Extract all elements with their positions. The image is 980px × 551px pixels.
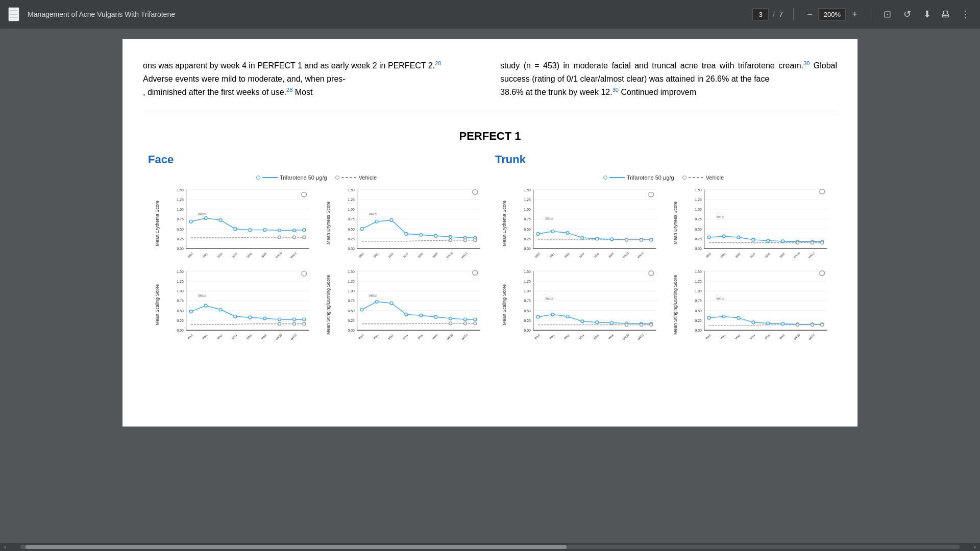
svg-point-166 xyxy=(566,232,569,235)
horizontal-scrollbar[interactable]: ‹ › xyxy=(0,543,980,551)
svg-text:Mild: Mild xyxy=(717,296,724,301)
svg-text:0.00: 0.00 xyxy=(524,329,531,333)
svg-text:Wk1: Wk1 xyxy=(202,253,208,259)
svg-point-237 xyxy=(536,316,540,319)
svg-text:Wk2: Wk2 xyxy=(564,253,570,259)
svg-text:Wk12: Wk12 xyxy=(637,252,645,259)
svg-text:Wk1: Wk1 xyxy=(720,334,726,340)
erythema-label: Mean Erythema Score xyxy=(155,201,160,246)
fit-page-button[interactable]: ⊡ xyxy=(881,7,893,22)
ref-28-sup: 28 xyxy=(435,60,441,66)
svg-text:1.25: 1.25 xyxy=(348,280,355,283)
svg-point-129 xyxy=(390,302,393,305)
svg-point-139 xyxy=(473,270,478,276)
svg-point-93 xyxy=(234,315,237,318)
svg-point-28 xyxy=(302,192,307,197)
erythema-y-label: Mean Erythema Score xyxy=(148,185,166,261)
svg-point-98 xyxy=(303,318,306,321)
divider-1 xyxy=(793,8,794,20)
more-button[interactable]: ⋮ xyxy=(959,7,972,22)
ref-28-sup2: 28 xyxy=(286,87,292,93)
svg-text:0.50: 0.50 xyxy=(348,228,355,231)
svg-text:Wk10: Wk10 xyxy=(446,252,454,259)
trunk-legend-trifarotene-label: Trifarotene 50 μg/g xyxy=(627,174,674,181)
svg-text:Wk0: Wk0 xyxy=(534,334,541,340)
svg-text:1.25: 1.25 xyxy=(524,280,531,283)
svg-text:1.00: 1.00 xyxy=(177,208,184,211)
scaling-y-label: Mean Scaling Score xyxy=(148,266,166,343)
svg-point-63 xyxy=(464,239,467,242)
svg-text:Mild: Mild xyxy=(717,215,724,219)
vehicle-dot xyxy=(335,176,339,180)
trunk-vehicle-dot xyxy=(682,176,687,180)
zoom-decrease-button[interactable]: − xyxy=(804,8,816,21)
svg-text:Wk4: Wk4 xyxy=(578,334,585,340)
svg-text:Wk0: Wk0 xyxy=(187,253,193,259)
print-button[interactable]: 🖶 xyxy=(939,7,952,22)
scroll-right-arrow[interactable]: › xyxy=(970,543,980,550)
svg-point-167 xyxy=(581,237,584,240)
dryness-label: Mean Dryness Score xyxy=(326,202,331,244)
face-erythema-chart: 1.50 1.25 1.00 0.75 0.50 0.25 0.00 Mild xyxy=(166,185,314,261)
svg-text:Wk6: Wk6 xyxy=(764,334,770,340)
svg-text:0.75: 0.75 xyxy=(348,218,355,221)
svg-text:0.50: 0.50 xyxy=(695,228,702,231)
svg-text:Wk12: Wk12 xyxy=(808,252,816,259)
rotate-button[interactable]: ↺ xyxy=(901,7,913,22)
svg-point-22 xyxy=(278,229,281,232)
svg-text:Wk6: Wk6 xyxy=(593,334,599,340)
svg-text:0.75: 0.75 xyxy=(177,218,184,221)
zoom-input[interactable] xyxy=(818,8,846,21)
svg-point-135 xyxy=(474,318,477,321)
page-separator: / xyxy=(773,10,775,18)
svg-point-209 xyxy=(796,241,799,244)
toolbar-right: ⬇ 🖶 ⋮ xyxy=(921,7,972,22)
svg-text:0.25: 0.25 xyxy=(348,237,355,241)
scroll-left-arrow[interactable]: ‹ xyxy=(0,543,10,550)
svg-point-279 xyxy=(781,322,785,325)
svg-text:0.25: 0.25 xyxy=(695,319,702,322)
svg-text:Wk0: Wk0 xyxy=(705,253,712,259)
face-dryness-wrapper: Mean Dryness Score xyxy=(319,185,485,261)
word-the: the xyxy=(207,88,218,96)
trunk-legend-trifarotene: Trifarotene 50 μg/g xyxy=(603,174,674,181)
svg-text:Wk0: Wk0 xyxy=(705,334,712,340)
zoom-controls: − + xyxy=(804,8,861,21)
scrollbar-thumb[interactable] xyxy=(26,545,567,549)
svg-text:0.00: 0.00 xyxy=(177,247,184,251)
svg-text:0.50: 0.50 xyxy=(524,309,531,313)
svg-text:Wk2: Wk2 xyxy=(387,253,394,259)
svg-text:1.25: 1.25 xyxy=(348,198,355,202)
svg-point-101 xyxy=(303,322,306,325)
divider-2 xyxy=(871,8,871,20)
text-content-area: ons was apparent by week 4 in PERFECT 1 … xyxy=(143,59,837,98)
zoom-increase-button[interactable]: + xyxy=(849,8,861,21)
legend-vehicle-label: Vehicle xyxy=(359,174,377,181)
right-para-2: 38.6% at the trunk by week 12.30 Continu… xyxy=(500,86,837,99)
download-button[interactable]: ⬇ xyxy=(921,7,933,22)
svg-point-239 xyxy=(566,315,569,318)
trunk-dryness-wrapper: Mean Dryness Score xyxy=(666,185,832,261)
svg-text:1.25: 1.25 xyxy=(177,280,184,283)
page-input[interactable] xyxy=(752,8,769,21)
chart-section: PERFECT 1 Face Trifarotene 50 μg/g xyxy=(143,130,837,343)
svg-point-285 xyxy=(821,323,824,327)
svg-text:Wk8: Wk8 xyxy=(432,334,438,340)
word-first: first xyxy=(221,88,234,96)
scaling-label: Mean Scaling Score xyxy=(155,284,160,325)
svg-text:Wk10: Wk10 xyxy=(793,333,801,340)
svg-point-25 xyxy=(278,236,281,239)
trunk-stinging-chart: 1.50 1.25 1.00 0.75 0.50 0.25 0.00 Mild xyxy=(684,266,832,343)
trunk-chart-col: Trunk Trifarotene 50 μg/g Vehicle xyxy=(495,153,832,343)
svg-text:Wk10: Wk10 xyxy=(446,333,454,340)
document-title: Management of Acne Vulgaris With Trifaro… xyxy=(28,10,744,18)
svg-point-19 xyxy=(234,228,237,231)
svg-text:Wk0: Wk0 xyxy=(358,334,364,340)
pdf-viewer[interactable]: ons was apparent by week 4 in PERFECT 1 … xyxy=(0,29,980,551)
legend-vehicle: Vehicle xyxy=(335,174,377,181)
menu-button[interactable]: ☰ xyxy=(8,7,19,21)
svg-text:Wk2: Wk2 xyxy=(734,253,741,259)
svg-text:1.25: 1.25 xyxy=(695,280,702,283)
svg-text:Wk10: Wk10 xyxy=(622,333,630,340)
toolbar: ☰ Management of Acne Vulgaris With Trifa… xyxy=(0,0,980,29)
